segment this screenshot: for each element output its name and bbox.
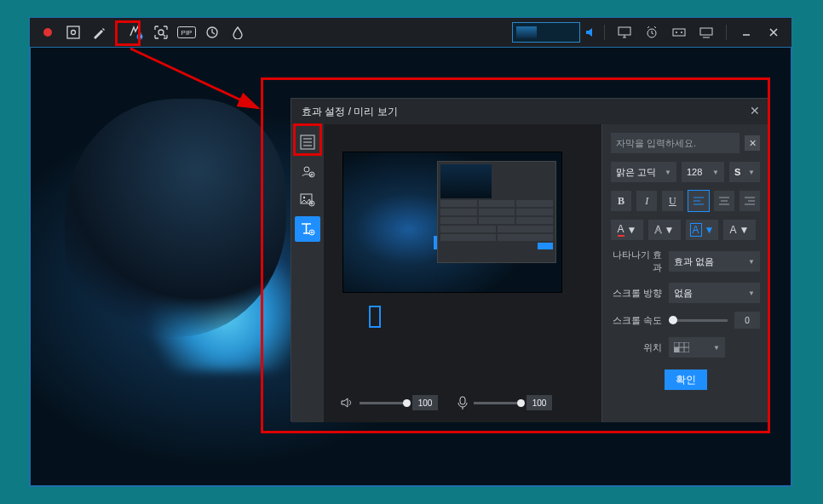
preview-audio-controls: 100 100 (341, 395, 562, 410)
alarm-icon[interactable] (641, 21, 663, 43)
appear-effect-value: 효과 없음 (674, 255, 714, 268)
position-dropdown[interactable]: ▼ (669, 337, 725, 358)
tab-list[interactable] (295, 129, 320, 155)
monitor-icon[interactable] (613, 21, 636, 43)
mic-icon (457, 396, 469, 410)
target-mode-button[interactable] (62, 21, 84, 43)
svg-rect-10 (673, 29, 685, 36)
svg-point-3 (158, 30, 164, 35)
appear-effect-label: 나타나기 효과 (611, 249, 662, 274)
font-style-dropdown[interactable]: S▼ (729, 162, 760, 182)
dialog-close-button[interactable]: ✕ (750, 104, 760, 117)
scroll-speed-label: 스크롤 속도 (611, 314, 662, 327)
font-style-value: S (734, 167, 740, 177)
svg-rect-26 (460, 397, 465, 404)
sound-icon (585, 26, 596, 38)
caption-settings-panel: 자막을 입력하세요. ✕ 맑은 고딕▼ 128▼ S▼ B I U (601, 124, 768, 422)
close-button[interactable] (763, 21, 785, 43)
pip-button[interactable]: PIP (176, 21, 198, 43)
bold-button[interactable]: B (611, 191, 631, 211)
effects-dialog: 효과 설정 / 미리 보기 ✕ (291, 98, 769, 421)
mic-volume-value: 100 (527, 395, 552, 410)
tab-image[interactable] (295, 187, 320, 213)
tab-text[interactable] (295, 216, 320, 242)
svg-point-23 (303, 197, 305, 198)
caption-text-input[interactable]: 자막을 입력하세요. (611, 133, 740, 153)
font-size-dropdown[interactable]: 128▼ (682, 162, 724, 182)
record-button[interactable] (37, 21, 59, 43)
scroll-speed-slider[interactable] (669, 319, 728, 322)
svg-rect-13 (700, 28, 712, 35)
svg-rect-8 (619, 27, 630, 35)
scroll-dir-dropdown[interactable]: 없음▼ (669, 283, 760, 303)
svg-rect-0 (67, 26, 79, 38)
svg-point-20 (304, 167, 309, 172)
appear-effect-dropdown[interactable]: 효과 없음▼ (669, 251, 760, 272)
effects-button[interactable] (124, 21, 147, 43)
font-family-value: 맑은 고딕 (616, 166, 656, 179)
speaker-volume-value: 100 (412, 395, 438, 410)
timer-button[interactable] (201, 21, 223, 43)
dialog-side-tabs (291, 124, 324, 422)
bg-color-button[interactable]: A▼ (723, 220, 756, 240)
font-family-dropdown[interactable]: 맑은 고딕▼ (611, 162, 676, 182)
align-center-button[interactable] (714, 191, 734, 211)
svg-point-11 (676, 32, 677, 33)
scroll-speed-value: 0 (734, 312, 760, 329)
draw-button[interactable] (88, 21, 110, 43)
magnify-button[interactable] (150, 21, 172, 43)
ok-button[interactable]: 확인 (665, 369, 707, 390)
scroll-dir-value: 없음 (674, 287, 693, 300)
svg-line-4 (164, 35, 166, 37)
underline-button[interactable]: U (662, 191, 682, 211)
italic-button[interactable]: I (636, 191, 657, 211)
align-right-button[interactable] (740, 191, 760, 211)
mic-volume-slider[interactable] (474, 402, 521, 404)
position-grid-icon (674, 342, 689, 352)
caption-cursor-indicator (369, 306, 381, 328)
tab-webcam[interactable] (295, 158, 320, 184)
outline-color-button[interactable]: A▼ (648, 220, 681, 240)
ink-button[interactable] (227, 21, 249, 43)
font-size-value: 128 (687, 167, 702, 177)
svg-point-1 (72, 31, 76, 35)
speaker-volume-slider[interactable] (360, 402, 407, 404)
preview-pane: 100 100 (324, 124, 601, 422)
svg-point-12 (681, 32, 682, 33)
align-left-button[interactable] (688, 191, 709, 211)
preview-image (342, 152, 562, 293)
preview-thumbnail[interactable] (512, 22, 580, 43)
speaker-icon (341, 397, 354, 409)
settings-icon[interactable] (695, 21, 717, 43)
main-toolbar: PIP (30, 18, 791, 47)
device-icon[interactable] (668, 21, 690, 43)
shadow-color-button[interactable]: A▼ (686, 220, 718, 240)
caption-clear-button[interactable]: ✕ (745, 135, 760, 151)
caption-placeholder: 자막을 입력하세요. (616, 137, 696, 150)
font-color-button[interactable]: A▼ (611, 220, 643, 240)
dialog-title-text: 효과 설정 / 미리 보기 (302, 105, 398, 119)
scroll-dir-label: 스크롤 방향 (611, 287, 662, 300)
minimize-button[interactable] (735, 21, 757, 43)
nested-dialog-thumb (437, 161, 556, 263)
dialog-titlebar: 효과 설정 / 미리 보기 ✕ (291, 99, 768, 124)
svg-rect-40 (674, 347, 679, 352)
svg-text:PIP: PIP (181, 29, 193, 37)
app-window: PIP 효과 설정 / 미리 보기 ✕ (29, 17, 792, 487)
position-label: 위치 (611, 341, 662, 354)
